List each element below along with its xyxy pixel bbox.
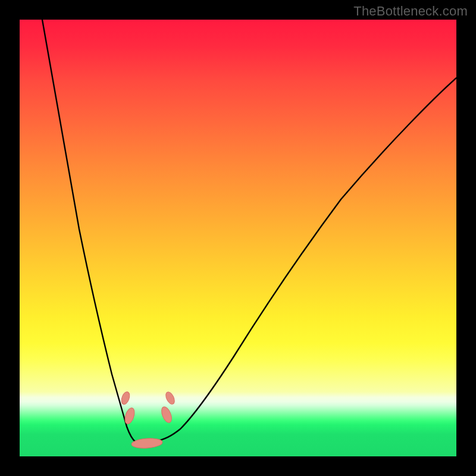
marker-blob-right-upper: [164, 390, 176, 405]
marker-blob-bottom: [131, 437, 163, 449]
outer-frame: TheBottleneck.com: [0, 0, 476, 476]
watermark-text: TheBottleneck.com: [353, 4, 468, 19]
plot-area: [20, 20, 456, 456]
marker-blob-right-lower: [159, 405, 173, 424]
marker-blob-left-upper: [120, 391, 131, 406]
marker-group: [120, 390, 177, 449]
bottleneck-curve: [42, 20, 456, 443]
chart-svg: [20, 20, 456, 456]
